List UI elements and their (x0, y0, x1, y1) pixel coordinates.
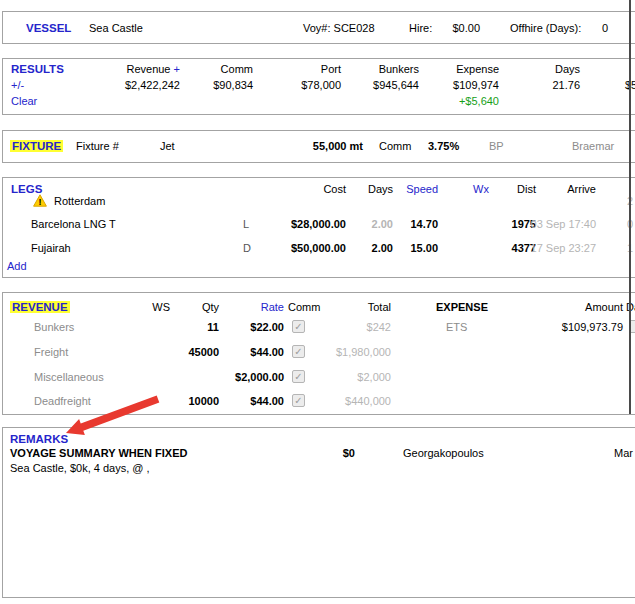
results-header-revenue: Revenue + (105, 63, 180, 76)
results-header-days: Days (505, 63, 580, 76)
legs-panel: LEGS Cost Days Speed Wx Dist Arrive ! Ro… (2, 177, 635, 278)
remarks-title: VOYAGE SUMMARY WHEN FIXED (10, 447, 187, 460)
results-days-value: 21.76 (505, 79, 580, 92)
vessel-name[interactable]: Sea Castle (89, 22, 143, 35)
expense-header-amount: Amount (548, 301, 623, 314)
offhire-value[interactable]: 0 (602, 22, 608, 35)
results-bunkers-value: $945,644 (344, 79, 419, 92)
remarks-panel: REMARKS VOYAGE SUMMARY WHEN FIXED $0 Geo… (2, 427, 635, 598)
leg-arrive: 17 Sep 23:27 (521, 242, 596, 255)
results-header-port: Port (266, 63, 341, 76)
warning-icon: ! (33, 194, 47, 210)
remarks-date-clipped: Mar (614, 447, 633, 460)
comm-checkbox[interactable]: ✓ (292, 370, 305, 383)
revenue-rate[interactable]: $2,000.00 (209, 371, 284, 384)
revenue-qty[interactable]: 45000 (144, 346, 219, 359)
voyage-estimate-screen: VESSEL Sea Castle Voy#: SCE028 Hire: $0.… (0, 0, 635, 604)
remarks-broker: Georgakopoulos (403, 447, 484, 460)
results-expense-delta: +$5,640 (424, 95, 499, 108)
pane-divider (629, 0, 631, 414)
fixture-comm-label: Comm (379, 140, 411, 153)
offhire-label: Offhire (Days): (510, 22, 581, 35)
expense-section-label: EXPENSE (436, 301, 488, 314)
vessel-panel: VESSEL Sea Castle Voy#: SCE028 Hire: $0.… (2, 11, 635, 44)
voyage-number: Voy#: SCE028 (303, 22, 375, 35)
vessel-section-label[interactable]: VESSEL (26, 22, 71, 35)
results-plusminus-link[interactable]: +/- (11, 79, 24, 92)
fixture-charterer[interactable]: BP (489, 140, 504, 153)
revenue-header-qty: Qty (144, 301, 219, 314)
revenue-header-rate[interactable]: Rate (209, 301, 284, 314)
revenue-total: $242 (316, 321, 391, 334)
expense-item-name[interactable]: ETS (446, 321, 467, 334)
expense-amount[interactable]: $109,973.79 (546, 321, 623, 334)
revenue-qty[interactable]: 10000 (144, 395, 219, 408)
leg-speed[interactable]: 14.70 (363, 218, 438, 231)
leg-port-name[interactable]: Rotterdam (54, 195, 105, 208)
comm-checkbox[interactable]: ✓ (292, 345, 305, 358)
results-expense-value: $109,974 (424, 79, 499, 92)
fixture-number-label: Fixture # (76, 140, 119, 153)
add-leg-link[interactable]: Add (7, 260, 27, 273)
remarks-section-label[interactable]: REMARKS (10, 433, 68, 446)
remarks-amount: $0 (280, 447, 355, 460)
revenue-rate[interactable]: $44.00 (209, 346, 284, 359)
legs-header-arrive: Arrive (521, 183, 596, 196)
revenue-total: $440,000 (316, 395, 391, 408)
comm-checkbox[interactable]: ✓ (292, 394, 305, 407)
fixture-broker[interactable]: Braemar (572, 140, 614, 153)
fixture-section-label[interactable]: FIXTURE (10, 140, 63, 152)
results-revenue-value: $2,422,242 (105, 79, 180, 92)
revenue-total: $2,000 (316, 371, 391, 384)
results-comm-value: $90,834 (178, 79, 253, 92)
revenue-section-label[interactable]: REVENUE (10, 301, 70, 313)
legs-header-speed[interactable]: Speed (363, 183, 438, 196)
results-header-bunkers: Bunkers (344, 63, 419, 76)
revenue-rate[interactable]: $22.00 (209, 321, 284, 334)
leg-speed[interactable]: 15.00 (363, 242, 438, 255)
revenue-item-name[interactable]: Freight (34, 346, 68, 359)
fixture-quantity[interactable]: 55,000 mt (288, 140, 363, 153)
results-header-comm: Comm (178, 63, 253, 76)
fixture-panel: FIXTURE Fixture # Jet 55,000 mt Comm 3.7… (2, 130, 635, 163)
results-section-label: RESULTS (11, 63, 64, 76)
revenue-item-name[interactable]: Deadfreight (34, 395, 91, 408)
comm-checkbox[interactable]: ✓ (292, 320, 305, 333)
results-panel: RESULTS +/- Clear Revenue + Comm Port Bu… (2, 58, 635, 115)
revenue-header-total: Total (316, 301, 391, 314)
fixture-comm-value[interactable]: 3.75% (428, 140, 459, 153)
results-header-expense: Expense (424, 63, 499, 76)
leg-arrive: 03 Sep 17:40 (521, 218, 596, 231)
fixture-cargo[interactable]: Jet (160, 140, 175, 153)
leg-port-name[interactable]: Barcelona LNG T (31, 218, 116, 231)
results-clear-link[interactable]: Clear (11, 95, 37, 108)
revenue-total: $1,980,000 (316, 346, 391, 359)
revenue-item-name[interactable]: Bunkers (34, 321, 74, 334)
revenue-item-name[interactable]: Miscellaneous (34, 371, 104, 384)
svg-text:!: ! (39, 197, 42, 207)
hire-value[interactable]: $0.00 (413, 22, 480, 35)
revenue-rate[interactable]: $44.00 (209, 395, 284, 408)
leg-port-name[interactable]: Fujairah (31, 242, 71, 255)
results-port-value: $78,000 (266, 79, 341, 92)
leg-type: L (243, 218, 249, 231)
remarks-body[interactable]: Sea Castle, $0k, 4 days, @ , (10, 462, 150, 475)
revenue-expense-panel: REVENUE WS Qty Rate Comm Total EXPENSE A… (2, 292, 635, 415)
leg-type: D (243, 242, 251, 255)
revenue-qty[interactable]: 11 (144, 321, 219, 334)
